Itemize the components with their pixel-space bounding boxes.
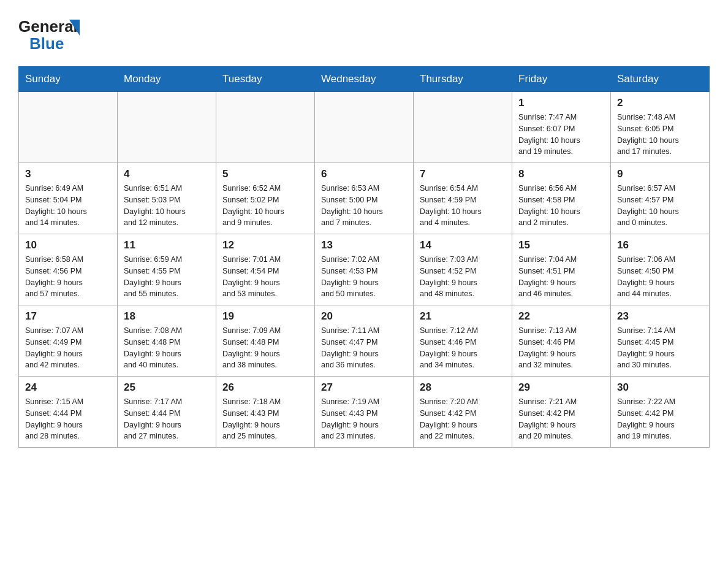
- day-number: 27: [321, 381, 407, 394]
- day-number: 10: [25, 239, 111, 251]
- logo: General Blue: [18, 12, 80, 54]
- day-number: 4: [124, 168, 210, 180]
- calendar-cell: [315, 92, 414, 163]
- day-info: Sunrise: 6:53 AM Sunset: 5:00 PM Dayligh…: [321, 183, 407, 229]
- calendar-cell: 29Sunrise: 7:21 AM Sunset: 4:42 PM Dayli…: [512, 377, 611, 448]
- day-info: Sunrise: 7:20 AM Sunset: 4:42 PM Dayligh…: [420, 396, 506, 442]
- day-number: 1: [518, 97, 604, 109]
- day-number: 18: [124, 310, 210, 323]
- day-number: 29: [518, 381, 604, 394]
- day-number: 28: [420, 381, 506, 394]
- day-number: 24: [25, 381, 111, 394]
- day-number: 7: [420, 168, 506, 180]
- day-info: Sunrise: 6:57 AM Sunset: 4:57 PM Dayligh…: [617, 183, 703, 229]
- day-number: 3: [25, 168, 111, 180]
- week-row-1: 1Sunrise: 7:47 AM Sunset: 6:07 PM Daylig…: [19, 92, 710, 163]
- weekday-header-saturday: Saturday: [611, 67, 710, 92]
- day-number: 21: [420, 310, 506, 323]
- day-info: Sunrise: 6:51 AM Sunset: 5:03 PM Dayligh…: [124, 183, 210, 229]
- weekday-header-friday: Friday: [512, 67, 611, 92]
- day-number: 8: [518, 168, 604, 180]
- calendar-cell: 7Sunrise: 6:54 AM Sunset: 4:59 PM Daylig…: [414, 163, 512, 234]
- calendar-cell: 1Sunrise: 7:47 AM Sunset: 6:07 PM Daylig…: [512, 92, 611, 163]
- week-row-4: 17Sunrise: 7:07 AM Sunset: 4:49 PM Dayli…: [19, 305, 710, 377]
- calendar-cell: 23Sunrise: 7:14 AM Sunset: 4:45 PM Dayli…: [611, 305, 710, 377]
- day-info: Sunrise: 6:49 AM Sunset: 5:04 PM Dayligh…: [25, 183, 111, 229]
- calendar-cell: 6Sunrise: 6:53 AM Sunset: 5:00 PM Daylig…: [315, 163, 414, 234]
- day-info: Sunrise: 7:19 AM Sunset: 4:43 PM Dayligh…: [321, 396, 407, 442]
- calendar-cell: 2Sunrise: 7:48 AM Sunset: 6:05 PM Daylig…: [611, 92, 710, 163]
- calendar-table: SundayMondayTuesdayWednesdayThursdayFrid…: [18, 66, 710, 448]
- weekday-header-wednesday: Wednesday: [315, 67, 414, 92]
- day-number: 14: [420, 239, 506, 251]
- day-number: 2: [617, 97, 703, 109]
- day-number: 12: [222, 239, 308, 251]
- calendar-cell: 30Sunrise: 7:22 AM Sunset: 4:42 PM Dayli…: [611, 377, 710, 448]
- day-number: 5: [222, 168, 308, 180]
- calendar-cell: [118, 92, 216, 163]
- calendar-cell: 20Sunrise: 7:11 AM Sunset: 4:47 PM Dayli…: [315, 305, 414, 377]
- day-number: 13: [321, 239, 407, 251]
- day-number: 20: [321, 310, 407, 323]
- day-number: 26: [222, 381, 308, 394]
- calendar-cell: 5Sunrise: 6:52 AM Sunset: 5:02 PM Daylig…: [216, 163, 315, 234]
- day-number: 30: [617, 381, 703, 394]
- day-number: 23: [617, 310, 703, 323]
- week-row-2: 3Sunrise: 6:49 AM Sunset: 5:04 PM Daylig…: [19, 163, 710, 234]
- day-info: Sunrise: 7:01 AM Sunset: 4:54 PM Dayligh…: [222, 254, 308, 300]
- calendar-cell: [216, 92, 315, 163]
- day-number: 16: [617, 239, 703, 251]
- day-info: Sunrise: 7:47 AM Sunset: 6:07 PM Dayligh…: [518, 112, 604, 158]
- calendar-cell: 9Sunrise: 6:57 AM Sunset: 4:57 PM Daylig…: [611, 163, 710, 234]
- day-number: 22: [518, 310, 604, 323]
- weekday-header-sunday: Sunday: [19, 67, 118, 92]
- day-info: Sunrise: 7:12 AM Sunset: 4:46 PM Dayligh…: [420, 325, 506, 371]
- day-info: Sunrise: 7:09 AM Sunset: 4:48 PM Dayligh…: [222, 325, 308, 371]
- weekday-header-row: SundayMondayTuesdayWednesdayThursdayFrid…: [19, 67, 710, 92]
- day-info: Sunrise: 7:06 AM Sunset: 4:50 PM Dayligh…: [617, 254, 703, 300]
- calendar-cell: 18Sunrise: 7:08 AM Sunset: 4:48 PM Dayli…: [118, 305, 216, 377]
- weekday-header-tuesday: Tuesday: [216, 67, 315, 92]
- day-info: Sunrise: 7:48 AM Sunset: 6:05 PM Dayligh…: [617, 112, 703, 158]
- svg-text:Blue: Blue: [29, 34, 64, 53]
- day-number: 17: [25, 310, 111, 323]
- day-info: Sunrise: 6:52 AM Sunset: 5:02 PM Dayligh…: [222, 183, 308, 229]
- logo-svg: General Blue: [18, 12, 80, 54]
- day-info: Sunrise: 7:08 AM Sunset: 4:48 PM Dayligh…: [124, 325, 210, 371]
- calendar-cell: 8Sunrise: 6:56 AM Sunset: 4:58 PM Daylig…: [512, 163, 611, 234]
- calendar-cell: 28Sunrise: 7:20 AM Sunset: 4:42 PM Dayli…: [414, 377, 512, 448]
- day-info: Sunrise: 7:17 AM Sunset: 4:44 PM Dayligh…: [124, 396, 210, 442]
- day-info: Sunrise: 7:13 AM Sunset: 4:46 PM Dayligh…: [518, 325, 604, 371]
- svg-text:General: General: [18, 17, 78, 36]
- calendar-cell: 12Sunrise: 7:01 AM Sunset: 4:54 PM Dayli…: [216, 234, 315, 305]
- day-info: Sunrise: 6:58 AM Sunset: 4:56 PM Dayligh…: [25, 254, 111, 300]
- day-number: 25: [124, 381, 210, 394]
- calendar-cell: 16Sunrise: 7:06 AM Sunset: 4:50 PM Dayli…: [611, 234, 710, 305]
- day-info: Sunrise: 6:59 AM Sunset: 4:55 PM Dayligh…: [124, 254, 210, 300]
- day-info: Sunrise: 7:21 AM Sunset: 4:42 PM Dayligh…: [518, 396, 604, 442]
- day-info: Sunrise: 6:56 AM Sunset: 4:58 PM Dayligh…: [518, 183, 604, 229]
- calendar-cell: 14Sunrise: 7:03 AM Sunset: 4:52 PM Dayli…: [414, 234, 512, 305]
- day-info: Sunrise: 7:04 AM Sunset: 4:51 PM Dayligh…: [518, 254, 604, 300]
- calendar-cell: 10Sunrise: 6:58 AM Sunset: 4:56 PM Dayli…: [19, 234, 118, 305]
- weekday-header-thursday: Thursday: [414, 67, 512, 92]
- day-info: Sunrise: 7:02 AM Sunset: 4:53 PM Dayligh…: [321, 254, 407, 300]
- calendar-cell: 13Sunrise: 7:02 AM Sunset: 4:53 PM Dayli…: [315, 234, 414, 305]
- calendar-cell: 4Sunrise: 6:51 AM Sunset: 5:03 PM Daylig…: [118, 163, 216, 234]
- page-header: General Blue: [18, 12, 710, 54]
- day-info: Sunrise: 6:54 AM Sunset: 4:59 PM Dayligh…: [420, 183, 506, 229]
- day-number: 11: [124, 239, 210, 251]
- day-info: Sunrise: 7:15 AM Sunset: 4:44 PM Dayligh…: [25, 396, 111, 442]
- day-number: 6: [321, 168, 407, 180]
- week-row-5: 24Sunrise: 7:15 AM Sunset: 4:44 PM Dayli…: [19, 377, 710, 448]
- calendar-cell: 21Sunrise: 7:12 AM Sunset: 4:46 PM Dayli…: [414, 305, 512, 377]
- calendar-cell: [414, 92, 512, 163]
- calendar-cell: 24Sunrise: 7:15 AM Sunset: 4:44 PM Dayli…: [19, 377, 118, 448]
- day-info: Sunrise: 7:22 AM Sunset: 4:42 PM Dayligh…: [617, 396, 703, 442]
- day-number: 15: [518, 239, 604, 251]
- week-row-3: 10Sunrise: 6:58 AM Sunset: 4:56 PM Dayli…: [19, 234, 710, 305]
- calendar-cell: 19Sunrise: 7:09 AM Sunset: 4:48 PM Dayli…: [216, 305, 315, 377]
- day-info: Sunrise: 7:11 AM Sunset: 4:47 PM Dayligh…: [321, 325, 407, 371]
- day-info: Sunrise: 7:07 AM Sunset: 4:49 PM Dayligh…: [25, 325, 111, 371]
- day-info: Sunrise: 7:14 AM Sunset: 4:45 PM Dayligh…: [617, 325, 703, 371]
